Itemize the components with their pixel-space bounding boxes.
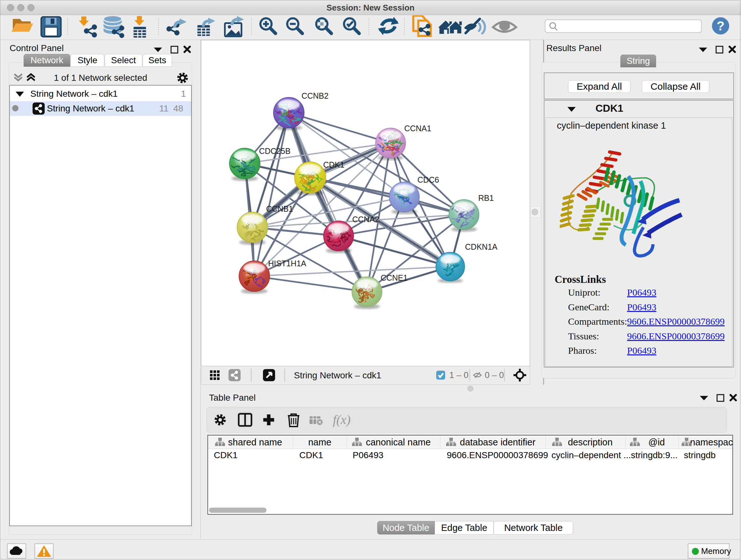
svg-text:CCNA1: CCNA1 — [404, 124, 431, 133]
svg-text:CDC25B: CDC25B — [259, 146, 291, 155]
svg-text:CDC6: CDC6 — [417, 175, 439, 184]
svg-text:CDK1: CDK1 — [323, 160, 345, 169]
svg-text:CCNB1: CCNB1 — [266, 204, 293, 213]
svg-text:CDKN1A: CDKN1A — [465, 242, 497, 251]
svg-text:RB1: RB1 — [478, 193, 494, 202]
svg-text:f(x): f(x) — [333, 413, 351, 427]
svg-text:CCNA2: CCNA2 — [352, 215, 380, 224]
svg-text:CCNE1: CCNE1 — [381, 273, 408, 282]
svg-text:1 – 0: 1 – 0 — [449, 370, 468, 380]
svg-text:HIST1H1A: HIST1H1A — [268, 259, 307, 268]
svg-text:String Network – cdk1: String Network – cdk1 — [294, 370, 381, 380]
svg-text:0 – 0: 0 – 0 — [485, 370, 504, 380]
svg-text:?: ? — [717, 19, 724, 33]
svg-text:CCNB2: CCNB2 — [301, 91, 329, 100]
